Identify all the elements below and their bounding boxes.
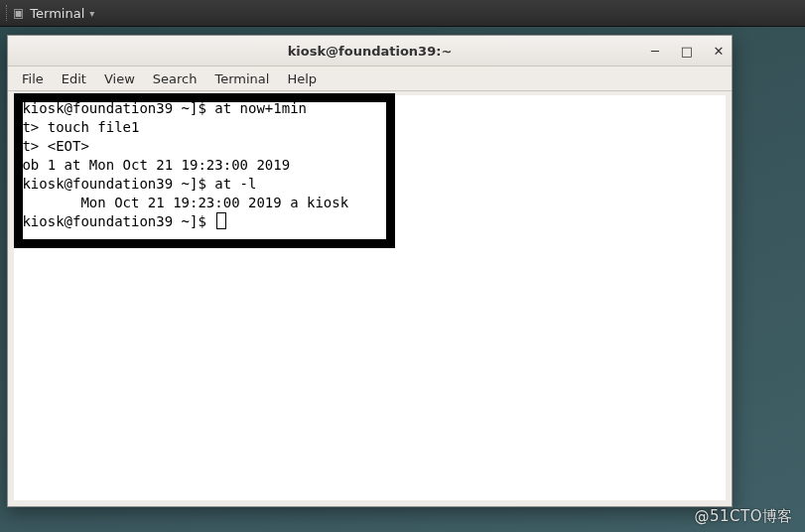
window-controls: ─ □ ✕	[648, 36, 726, 66]
term-line: [kiosk@foundation39 ~]$ at now+1min	[14, 100, 307, 116]
term-line: job 1 at Mon Oct 21 19:23:00 2019	[14, 157, 290, 173]
menu-view[interactable]: View	[96, 69, 143, 88]
menubar: File Edit View Search Terminal Help	[8, 66, 732, 91]
term-line: [kiosk@foundation39 ~]$ at -l	[14, 176, 256, 192]
maximize-icon: □	[681, 44, 693, 59]
panel-separator	[6, 5, 7, 21]
menu-search[interactable]: Search	[145, 69, 205, 88]
terminal-output: [kiosk@foundation39 ~]$ at now+1min at> …	[14, 99, 348, 231]
minimize-icon: ─	[651, 44, 659, 59]
menu-help[interactable]: Help	[279, 69, 325, 88]
menu-file[interactable]: File	[14, 69, 52, 88]
desktop-top-panel: ▣ Terminal ▾	[0, 0, 805, 27]
close-button[interactable]: ✕	[712, 44, 726, 58]
term-line: 1 Mon Oct 21 19:23:00 2019 a kiosk	[14, 195, 348, 210]
menu-edit[interactable]: Edit	[54, 69, 94, 88]
maximize-button[interactable]: □	[680, 44, 694, 58]
terminal-viewport[interactable]: [kiosk@foundation39 ~]$ at now+1min at> …	[14, 95, 726, 500]
panel-app-label[interactable]: Terminal	[30, 6, 84, 21]
terminal-window: kiosk@foundation39:~ ─ □ ✕ File Edit Vie…	[7, 35, 733, 507]
term-line: at> <EOT>	[14, 138, 89, 154]
window-title: kiosk@foundation39:~	[288, 44, 453, 59]
close-icon: ✕	[714, 44, 725, 59]
watermark-label: @51CTO博客	[694, 507, 793, 526]
term-line: [kiosk@foundation39 ~]$	[14, 213, 214, 229]
term-line: at> touch file1	[14, 119, 139, 135]
minimize-button[interactable]: ─	[648, 44, 662, 58]
chevron-down-icon[interactable]: ▾	[89, 8, 94, 19]
terminal-cursor	[216, 212, 226, 229]
window-titlebar[interactable]: kiosk@foundation39:~ ─ □ ✕	[8, 36, 732, 66]
terminal-panel-icon: ▣	[13, 6, 24, 20]
menu-terminal[interactable]: Terminal	[206, 69, 277, 88]
